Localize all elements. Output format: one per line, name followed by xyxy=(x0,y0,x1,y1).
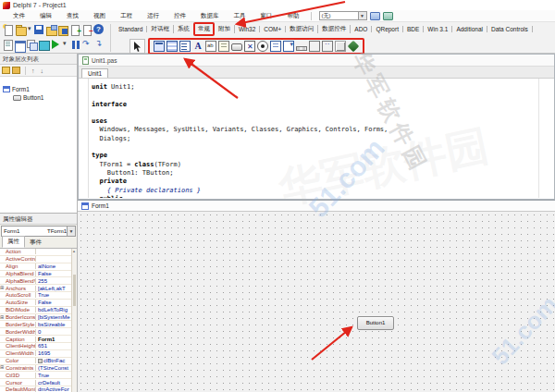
radio-group-icon[interactable] xyxy=(322,41,333,52)
popup-menu-icon[interactable] xyxy=(179,41,191,52)
property-row[interactable]: BorderWidth 0 xyxy=(0,328,77,336)
panel-icon[interactable] xyxy=(335,41,346,52)
memo-icon[interactable] xyxy=(218,41,229,52)
move-up-icon[interactable]: ↑ xyxy=(31,67,35,74)
tab-properties[interactable]: 属性 xyxy=(2,236,25,248)
code-editor[interactable]: unit Unit1; interface uses Windows, Mess… xyxy=(79,79,554,198)
new-form-icon[interactable] xyxy=(38,39,50,51)
view-unit-icon[interactable] xyxy=(2,39,14,51)
expand-icon[interactable]: ⊞ xyxy=(0,364,4,371)
form-design-surface[interactable] xyxy=(78,212,555,392)
delete-item-icon[interactable] xyxy=(12,67,20,74)
menu-item[interactable]: 工具 xyxy=(227,12,253,20)
desktop-layout-combo[interactable]: (无) ▼ xyxy=(319,11,367,20)
menu-item[interactable]: 文件 xyxy=(6,12,32,20)
save-desktop-icon[interactable] xyxy=(370,12,380,20)
property-row[interactable]: Cursor crDefault xyxy=(0,379,77,386)
palette-tab[interactable]: ADO xyxy=(351,26,372,32)
property-row[interactable]: Ctl3D True xyxy=(0,372,77,379)
menu-item[interactable]: 查找 xyxy=(59,12,86,20)
run-drop-icon[interactable] xyxy=(62,39,69,51)
open-icon[interactable] xyxy=(14,24,26,36)
combo-box-icon[interactable] xyxy=(283,41,294,52)
tab-unit1[interactable]: Unit1 xyxy=(81,68,108,78)
new-icon[interactable] xyxy=(2,24,14,36)
action-list-icon[interactable] xyxy=(348,41,360,53)
help-icon[interactable] xyxy=(93,24,105,36)
button1-control[interactable]: Button1 xyxy=(357,316,394,330)
palette-tab[interactable]: 常规 xyxy=(194,25,215,33)
property-row[interactable]: AlphaBlend False xyxy=(0,271,77,278)
menu-item[interactable]: 窗口 xyxy=(253,12,280,20)
open-drop-icon[interactable] xyxy=(26,24,33,36)
property-row[interactable]: BorderStyle bsSizeable xyxy=(0,321,77,328)
property-row[interactable]: ActiveContro xyxy=(0,256,77,263)
main-menu-icon[interactable] xyxy=(166,41,178,52)
expand-icon[interactable]: ⊞ xyxy=(0,285,4,291)
menu-item[interactable]: 视图 xyxy=(86,12,113,20)
palette-tab[interactable]: BDE xyxy=(403,26,424,32)
step-over-icon[interactable] xyxy=(93,39,105,51)
property-row[interactable]: ClientHeight 651 xyxy=(0,343,77,350)
toggle-form-unit-icon[interactable] xyxy=(26,39,38,51)
palette-tab[interactable]: 数据访问 xyxy=(286,25,318,33)
scroll-bar-icon[interactable] xyxy=(296,46,307,51)
menu-item[interactable]: 编辑 xyxy=(32,12,59,20)
trace-into-icon[interactable] xyxy=(81,39,93,51)
property-row[interactable]: Caption Form1 xyxy=(0,336,77,343)
palette-tab[interactable]: Additional xyxy=(452,26,487,32)
new-item-icon[interactable] xyxy=(2,67,10,74)
tab-events[interactable]: 事件 xyxy=(25,238,46,248)
property-row[interactable]: ⊞ Anchors [akLeft,akT xyxy=(0,285,77,292)
run-icon[interactable] xyxy=(50,39,62,51)
move-down-icon[interactable]: ↓ xyxy=(41,67,44,74)
menu-item[interactable]: 控件 xyxy=(166,12,193,20)
menu-item[interactable]: 帮助 xyxy=(280,12,307,20)
palette-tab[interactable]: 数据控件 xyxy=(318,25,351,33)
tree-node[interactable]: Button1 xyxy=(0,93,77,102)
tree-node[interactable]: Form1 xyxy=(0,85,77,93)
chevron-down-icon[interactable]: ▼ xyxy=(67,227,75,236)
property-row[interactable]: Align alNone xyxy=(0,263,77,271)
list-box-icon[interactable] xyxy=(270,41,281,52)
edit-icon[interactable] xyxy=(205,41,216,52)
property-row[interactable]: ClientWidth 1695 xyxy=(0,350,77,358)
chevron-down-icon[interactable]: ▼ xyxy=(358,12,366,19)
set-debug-desktop-icon[interactable] xyxy=(383,12,393,20)
property-row[interactable]: AutoScroll True xyxy=(0,292,77,300)
add-file-icon[interactable] xyxy=(69,24,81,36)
save-project-icon[interactable] xyxy=(57,24,69,36)
label-icon[interactable] xyxy=(192,41,204,52)
frames-icon[interactable] xyxy=(154,41,165,52)
property-row[interactable]: AlphaBlendVa 255 xyxy=(0,277,77,285)
inspector-scrollbar[interactable] xyxy=(71,249,77,392)
open-project-icon[interactable] xyxy=(45,24,57,36)
property-row[interactable]: DefaultMonit dmActiveFor xyxy=(0,386,77,392)
group-box-icon[interactable] xyxy=(309,41,320,52)
save-icon[interactable] xyxy=(33,24,45,36)
property-row[interactable]: Action xyxy=(0,249,77,256)
radio-button-icon[interactable] xyxy=(257,41,268,52)
view-form-icon[interactable] xyxy=(14,39,26,51)
palette-tab[interactable]: Win32 xyxy=(235,26,260,32)
expand-icon[interactable]: ⊞ xyxy=(0,314,4,321)
pause-icon[interactable] xyxy=(69,39,81,51)
palette-tab[interactable]: 系统 xyxy=(174,25,194,33)
palette-tab[interactable]: Standard xyxy=(115,26,147,32)
property-row[interactable]: ⊞ Constraints (TSizeConst xyxy=(0,365,77,373)
property-row[interactable]: BiDiMode bdLeftToRig xyxy=(0,307,77,314)
pointer-tool[interactable] xyxy=(130,39,145,54)
property-row[interactable]: ⊞ BorderIcons [biSystemMe xyxy=(0,314,77,322)
palette-tab[interactable]: QReport xyxy=(372,26,403,32)
palette-tab[interactable]: Win 3.1 xyxy=(424,26,452,32)
palette-tab[interactable]: COM+ xyxy=(260,26,286,32)
button-icon[interactable] xyxy=(231,43,242,51)
palette-tab[interactable]: 对话框 xyxy=(147,25,174,33)
property-row[interactable]: Color clBtnFac xyxy=(0,358,77,365)
form-titlebar[interactable]: Form1 xyxy=(78,201,555,212)
palette-tab[interactable]: Data Controls xyxy=(487,26,533,32)
palette-tab[interactable]: 附加 xyxy=(215,25,235,33)
menu-item[interactable]: 数据库 xyxy=(193,12,227,20)
menu-item[interactable]: 运行 xyxy=(140,12,166,20)
menu-item[interactable]: 工程 xyxy=(113,12,140,20)
